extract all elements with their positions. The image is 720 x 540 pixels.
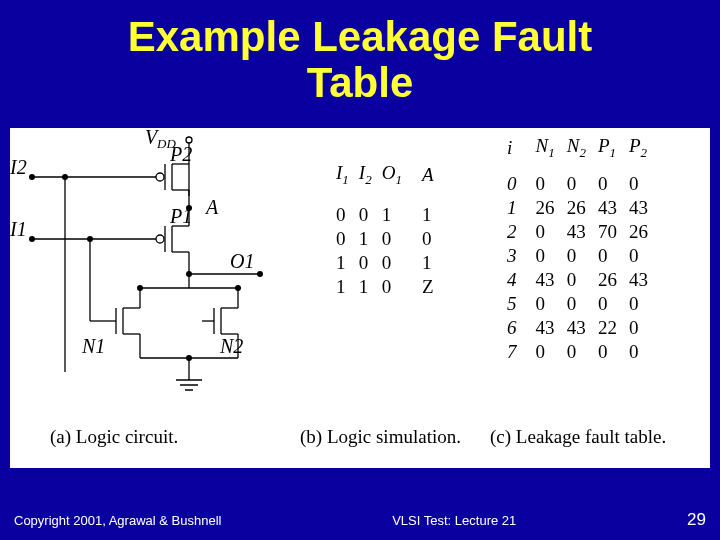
svg-point-22 [257,271,263,277]
page-number: 29 [687,510,706,530]
caption-a: (a) Logic circuit. [50,426,178,448]
sim-row: 1001 [332,252,438,274]
slide-footer: Copyright 2001, Agrawal & Bushnell VLSI … [0,510,720,530]
sim-row: 0100 [332,228,438,250]
leak-row: 30000 [502,245,653,267]
leakage-fault-table: i N1 N2 P1 P2 00000 126264343 20437026 3… [500,133,655,365]
content-panel: V DD I2 P2 A [10,128,710,468]
leak-row: 20437026 [502,221,653,243]
sim-row: 0011 [332,204,438,226]
svg-point-18 [29,236,35,242]
svg-point-33 [87,236,93,242]
lecture-text: VLSI Test: Lecture 21 [392,513,516,528]
svg-point-7 [156,173,164,181]
svg-point-9 [29,174,35,180]
n2-label: N2 [219,335,243,357]
leak-header: i N1 N2 P1 P2 [502,135,653,171]
p1-label: P1 [169,205,192,227]
p2-label: P2 [169,143,192,165]
slide-title: Example Leakage Fault Table [0,0,720,106]
caption-c: (c) Leakage fault table. [490,426,666,448]
title-line-1: Example Leakage Fault [128,13,593,60]
svg-point-49 [186,355,192,361]
i2-label: I2 [10,156,27,178]
leak-row: 64343220 [502,317,653,339]
a-label: A [204,196,219,218]
logic-sim-table: I1 I2 O1 A 0011 0100 1001 110Z [330,160,440,300]
leak-row: 44302643 [502,269,653,291]
leak-row: 50000 [502,293,653,315]
sim-row: 110Z [332,276,438,298]
slide: Example Leakage Fault Table V DD I2 P2 [0,0,720,540]
i1-label: I1 [10,218,27,240]
caption-b: (b) Logic simulation. [300,426,461,448]
leak-row: 126264343 [502,197,653,219]
leak-row: 70000 [502,341,653,363]
n1-label: N1 [81,335,105,357]
sim-header: I1 I2 O1 A [332,162,438,202]
o1-label: O1 [230,250,254,272]
logic-circuit-diagram: V DD I2 P2 A [10,128,330,428]
svg-point-16 [156,235,164,243]
leak-row: 00000 [502,173,653,195]
title-line-2: Table [307,59,414,106]
copyright-text: Copyright 2001, Agrawal & Bushnell [14,513,221,528]
